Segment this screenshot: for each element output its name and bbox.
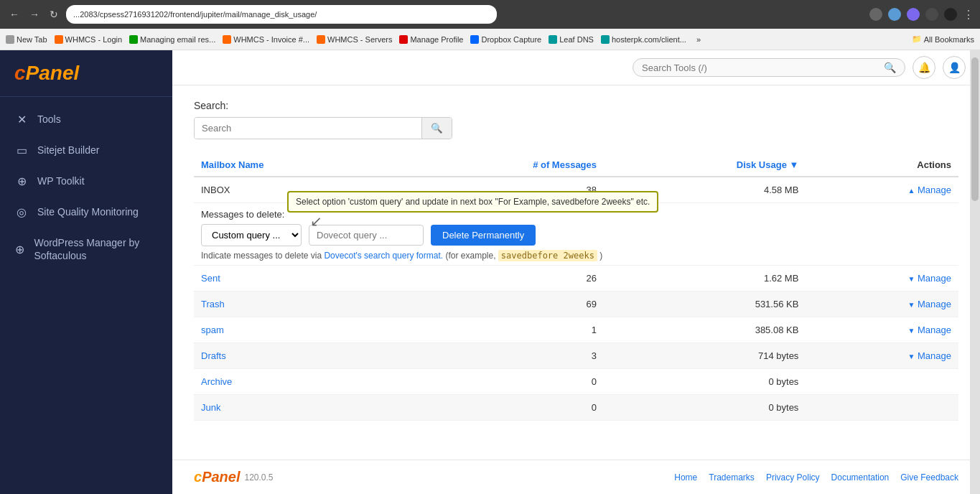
sidebar-item-wptoolkit[interactable]: ⊕ WP Toolkit xyxy=(0,166,172,197)
bookmark-whmcs-invoice[interactable]: WHMCS - Invoice #... xyxy=(223,35,309,44)
bookmark-label-manage-profile: Manage Profile xyxy=(410,35,463,44)
search-tools-input[interactable] xyxy=(642,62,884,73)
footer-link-privacy[interactable]: Privacy Policy xyxy=(766,472,820,483)
chevron-down-icon-trash: ▼ xyxy=(908,301,915,309)
notification-button[interactable]: 🔔 xyxy=(913,56,935,79)
bookmark-icon-leaf-dns xyxy=(549,35,557,44)
main-layout: cPanel ✕ Tools ▭ Sitejet Builder ⊕ WP To… xyxy=(0,50,980,494)
bookmark-icon-whmcs-login xyxy=(55,35,63,44)
bookmark-icon-dropbox xyxy=(470,35,479,44)
inbox-manage-link[interactable]: ▲ Manage xyxy=(908,185,952,195)
search-tools-bar[interactable]: 🔍 xyxy=(633,58,905,77)
bookmarks-more[interactable]: » xyxy=(696,35,701,44)
cell-archive-disk: 0 bytes xyxy=(604,369,806,395)
cpanel-logo: cPanel xyxy=(14,62,158,85)
extension-icon-1[interactable] xyxy=(869,8,882,21)
page-footer: cPanel 120.0.5 Home Trademarks Privacy P… xyxy=(172,460,980,494)
bookmark-whmcs-login[interactable]: WHMCS - Login xyxy=(55,35,122,44)
page-content: Search: 🔍 Mailbox Name # of Messages Dis… xyxy=(172,85,980,460)
extension-icon-4[interactable] xyxy=(925,8,938,21)
col-mailbox: Mailbox Name xyxy=(194,154,398,177)
bookmark-leaf-dns[interactable]: Leaf DNS xyxy=(549,35,594,44)
hint-suffix: (for example, xyxy=(445,251,498,261)
search-input[interactable] xyxy=(195,118,421,139)
dovecot-format-link[interactable]: Dovecot's search query format. xyxy=(324,251,443,261)
cell-trash-name: Trash xyxy=(194,292,398,317)
footer-link-feedback[interactable]: Give Feedback xyxy=(900,472,958,483)
sidebar-item-label-wptoolkit: WP Toolkit xyxy=(37,174,85,187)
refresh-button[interactable]: ↻ xyxy=(46,7,62,22)
back-button[interactable]: ← xyxy=(6,7,23,22)
cell-sent-name: Sent xyxy=(194,266,398,292)
bookmark-whmcs-servers[interactable]: WHMCS - Servers xyxy=(317,35,392,44)
search-section: Search: 🔍 xyxy=(194,100,958,139)
extension-icon-3[interactable] xyxy=(907,8,920,21)
sidebar-item-wordpress[interactable]: ⊕ WordPress Manager by Softaculous xyxy=(0,228,172,271)
cell-junk-actions xyxy=(806,395,958,421)
table-header: Mailbox Name # of Messages Disk Usage ▼ … xyxy=(194,154,958,177)
search-input-wrap: 🔍 xyxy=(194,117,452,139)
bookmark-managing-email[interactable]: Managing email res... xyxy=(129,35,215,44)
bookmark-label-leaf-dns: Leaf DNS xyxy=(559,35,594,44)
footer-link-documentation[interactable]: Documentation xyxy=(831,472,890,483)
bookmarks-folder[interactable]: 📁 All Bookmarks xyxy=(912,34,974,44)
footer-link-trademarks[interactable]: Trademarks xyxy=(709,472,755,483)
wptoolkit-icon: ⊕ xyxy=(14,174,29,188)
sent-manage-link[interactable]: ▼ Manage xyxy=(908,273,952,284)
sidebar-item-label-sitequality: Site Quality Monitoring xyxy=(37,205,139,218)
user-button[interactable]: 👤 xyxy=(943,56,966,79)
spam-manage-link[interactable]: ▼ Manage xyxy=(908,325,952,335)
browser-icons: ⋮ xyxy=(869,8,974,22)
bookmarks-bar: New Tab WHMCS - Login Managing email res… xyxy=(0,29,980,50)
bookmark-icon-hosterpk xyxy=(601,35,610,44)
custom-query-select[interactable]: Custom query ... All Messages Seen Unsee… xyxy=(201,224,302,246)
mailbox-table: Mailbox Name # of Messages Disk Usage ▼ … xyxy=(194,154,958,421)
sidebar-item-sitejet[interactable]: ▭ Sitejet Builder xyxy=(0,135,172,166)
search-icon: 🔍 xyxy=(431,123,443,134)
search-button[interactable]: 🔍 xyxy=(421,118,452,139)
cell-inbox-actions: ▲ Manage xyxy=(806,177,958,203)
bookmark-icon-managing-email xyxy=(129,35,138,44)
bookmark-dropbox[interactable]: Dropbox Capture xyxy=(470,35,541,44)
bookmark-label-new-tab: New Tab xyxy=(17,35,47,44)
chevron-up-icon: ▲ xyxy=(908,187,915,195)
drafts-manage-link[interactable]: ▼ Manage xyxy=(908,350,952,361)
dovecot-query-input[interactable] xyxy=(309,225,424,246)
bookmark-new-tab[interactable]: New Tab xyxy=(6,35,47,44)
nav-buttons: ← → ↻ xyxy=(6,7,62,22)
scroll-indicator[interactable] xyxy=(970,50,980,494)
tooltip-text: Select option 'custom query' and update … xyxy=(296,197,650,207)
sidebar-item-tools[interactable]: ✕ Tools xyxy=(0,104,172,135)
address-bar[interactable]: ...2083/cpsess2716931202/frontend/jupite… xyxy=(66,5,497,24)
chevron-down-icon-drafts: ▼ xyxy=(908,353,915,360)
hint-prefix: Indicate messages to delete via xyxy=(201,251,324,261)
forward-button[interactable]: → xyxy=(26,7,43,22)
sidebar-item-sitequality[interactable]: ◎ Site Quality Monitoring xyxy=(0,197,172,228)
bookmark-icon-whmcs-invoice xyxy=(223,35,231,44)
delete-permanently-button[interactable]: Delete Permanently xyxy=(431,225,536,246)
cell-trash-actions: ▼ Manage xyxy=(806,292,958,317)
extension-icon-5[interactable] xyxy=(944,8,957,21)
tooltip-arrow-icon: ↙ xyxy=(310,214,322,228)
delete-controls: Select option 'custom query' and update … xyxy=(201,224,951,246)
cell-spam-name: spam xyxy=(194,317,398,343)
cell-archive-actions xyxy=(806,369,958,395)
sidebar-item-label-sitejet: Sitejet Builder xyxy=(37,144,99,157)
bell-icon: 🔔 xyxy=(918,62,930,73)
wordpress-icon: ⊕ xyxy=(14,243,25,256)
cell-sent-messages: 26 xyxy=(398,266,604,292)
extension-icon-2[interactable] xyxy=(888,8,901,21)
table-row-spam: spam 1 385.08 KB ▼ Manage xyxy=(194,317,958,343)
table-row-drafts: Drafts 3 714 bytes ▼ Manage xyxy=(194,343,958,369)
search-label: Search: xyxy=(194,100,958,111)
bookmark-manage-profile[interactable]: Manage Profile xyxy=(399,35,463,44)
cell-junk-disk: 0 bytes xyxy=(604,395,806,421)
bookmark-hosterpk[interactable]: hosterpk.com/client... xyxy=(601,35,686,44)
table-row-sent: Sent 26 1.62 MB ▼ Manage xyxy=(194,266,958,292)
search-tools-icon: 🔍 xyxy=(884,62,896,73)
user-icon: 👤 xyxy=(948,62,961,73)
footer-link-home[interactable]: Home xyxy=(674,472,697,483)
bookmark-label-hosterpk: hosterpk.com/client... xyxy=(612,35,686,44)
trash-manage-link[interactable]: ▼ Manage xyxy=(908,299,952,309)
menu-icon[interactable]: ⋮ xyxy=(963,8,974,22)
